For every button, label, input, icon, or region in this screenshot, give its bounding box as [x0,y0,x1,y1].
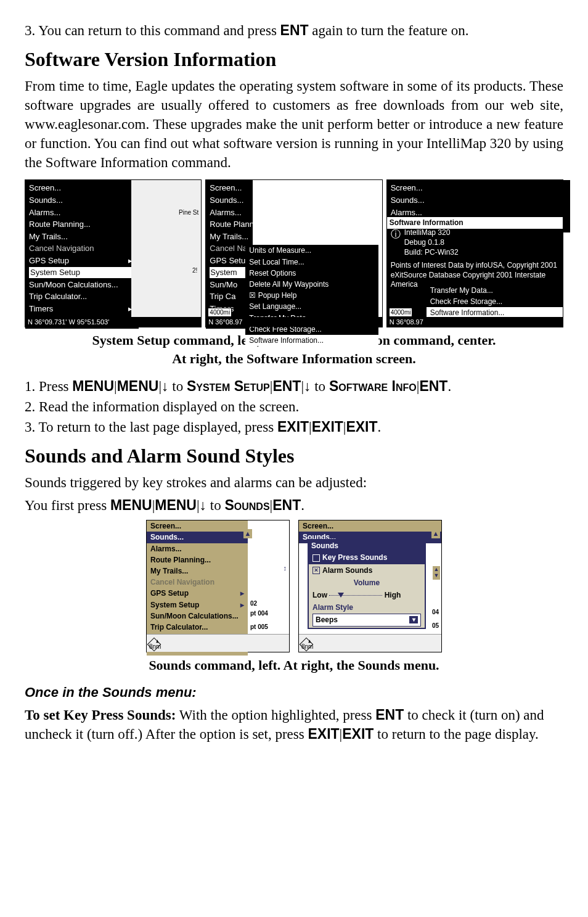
menu-item[interactable]: Screen... [147,520,248,532]
submenu-item[interactable]: Delete All My Waypoints [245,279,378,290]
map-background: Pine St 2! [131,180,201,318]
menu-item[interactable]: Sun/Moon Calculations... [147,611,248,622]
submenu-item[interactable]: Set Language... [245,301,378,312]
menu-item[interactable]: My Trails... [29,231,135,243]
menu-item-disabled: Cancel Navigation [210,242,249,255]
para-software: From time to time, Eagle updates the ope… [25,76,563,172]
menu-item[interactable]: System Setup [147,599,248,611]
range-label: 4000mi [208,308,232,318]
heading-sounds: Sounds and Alarm Sound Styles [25,443,563,469]
menu-item[interactable]: Timers [29,303,135,315]
scroll-up-icon[interactable]: ▲ [431,529,440,538]
info-body: ⓘ IntelliMap 320 Debug 0.1.8 Build: PC-W… [387,227,563,291]
submenu-item-selected[interactable]: Software Information... [245,335,378,346]
slider-thumb-icon[interactable] [338,593,344,598]
menu-item[interactable]: My Trails... [147,565,248,577]
intro-text: 3. You can return to this command and pr… [25,23,280,38]
menu-item[interactable]: Alarms... [391,207,566,219]
step-2: 2. Read the information displayed on the… [25,397,563,416]
submenu-item[interactable]: Check Free Storage... [427,296,563,307]
screenshot-row-2: Screen... Sounds... Alarms... Route Plan… [25,520,563,652]
menu-item[interactable]: GPS Setup [147,588,248,599]
menu-item[interactable]: Screen... [299,520,441,532]
wp-label: 02 [250,599,257,608]
menu-item[interactable]: GPS Setup [210,255,249,267]
screenshot-sounds-cmd: Screen... Sounds... Alarms... Route Plan… [146,520,290,652]
menu-item[interactable]: Alarms... [210,207,249,219]
key-press-instructions: To set Key Press Sounds: With the option… [25,705,563,744]
menu-item[interactable]: Route Planning... [147,554,248,565]
status-bar: N 36°08.97 [206,317,382,327]
menu-item[interactable]: Alarms... [147,543,248,554]
map-strip: 8nm [299,634,441,652]
dropdown-value: Beeps [316,615,338,625]
menu-item-selected[interactable]: System [210,267,248,278]
menu-item[interactable]: Sounds... [29,194,135,207]
step-1: 1. Press MENU|MENU|↓ to System Setup|ENT… [25,377,563,396]
menu-item-selected[interactable]: System Setup [29,267,135,278]
submenu-item[interactable]: Reset Options [245,268,378,279]
info-line: Debug 0.1.8 [404,238,459,248]
once-in-sounds-header: Once in the Sounds menu: [25,683,563,702]
menu-item[interactable]: Trip Calculator... [29,290,135,303]
volume-slider[interactable]: Low High [309,589,425,601]
menu-item[interactable]: Sounds... [391,194,566,207]
info-line: Points of Interest Data by infoUSA, Copy… [391,261,559,271]
alarm-style-dropdown[interactable]: Beeps ▾ [312,614,421,626]
sounds-keyseq: You first press MENU|MENU|↓ to Sounds|EN… [25,496,563,515]
menu-item-disabled: Cancel Navigation [29,242,135,255]
checkbox-icon[interactable] [312,554,320,562]
volume-label: Volume [309,577,425,589]
submenu-item[interactable]: Transfer My Data... [427,285,563,296]
dropdown-arrow-icon[interactable]: ▾ [409,616,418,623]
menu-item[interactable]: Alarms... [29,207,135,219]
menu-item-selected[interactable]: Sounds... [147,532,248,543]
menu-item-disabled: Cancel Navigation [147,577,248,588]
map-label: 2! [192,266,197,275]
screenshot-sounds-menu: Screen... Sounds... ▲ Sounds Key Press S… [298,520,442,652]
status-bar: N 36°08.97 [387,317,563,327]
menu-item[interactable]: Screen... [210,182,249,194]
caption-2: Sounds command, left. At right, the Soun… [25,656,563,675]
wp-label: pt 005 [250,623,268,631]
submenu-item[interactable]: Set Local Time... [245,257,378,268]
map-marker: ↕ [284,564,287,573]
wp-label: 04 [432,608,439,617]
sounds-popup: Sounds Key Press Sounds Alarm Sounds Vol… [308,539,426,628]
row-alarm-sounds[interactable]: Alarm Sounds [309,564,425,577]
info-line: Build: PC-Win32 [404,248,459,258]
intro-tail: again to turn the feature on. [309,23,469,38]
step-3: 3. To return to the last page displayed,… [25,417,563,437]
intro-step: 3. You can return to this command and pr… [25,21,563,40]
menu-item[interactable]: GPS Setup [29,255,135,267]
menu-left: Screen... Sounds... Alarms... Route Plan… [25,180,139,329]
menu-item[interactable]: Screen... [29,182,135,194]
map-label: Pine St [179,208,198,217]
menu-item[interactable]: Route Planning... [29,218,135,231]
submenu-item[interactable]: Units of Measure... [245,245,378,256]
range-label: 4000mi [389,308,413,318]
submenu-item[interactable]: ☒ Popup Help [245,290,378,301]
submenu-system: Units of Measure... Set Local Time... Re… [245,245,378,346]
menu-item[interactable]: Sun/Mo [210,279,249,291]
menu-item[interactable]: Trip Ca [210,290,249,303]
checkbox-icon[interactable] [312,567,320,574]
heading-software-version: Software Version Information [25,46,563,73]
row-key-press-sounds[interactable]: Key Press Sounds [309,551,425,564]
menu-item[interactable]: Sounds... [210,194,249,207]
info-line: IntelliMap 320 [404,228,459,238]
intro-ent: ENT [280,22,309,38]
menu-item[interactable]: Route Planning... [210,218,249,231]
screenshot-software-info-cmd: Screen... Sounds... Alarms... Route Plan… [205,179,382,327]
scroll-up-icon[interactable]: ▲ [243,529,252,538]
scroll-icon[interactable]: ▲▼ [433,566,440,580]
menu-item[interactable]: My Trails... [210,231,249,243]
screenshot-software-info-screen: Screen... Sounds... Alarms... Route Plan… [386,179,563,327]
screenshot-row-1: Screen... Sounds... Alarms... Route Plan… [25,179,563,327]
map-strip: 8nm [147,634,289,652]
para-sounds: Sounds triggered by key strokes and alar… [25,473,563,492]
menu-item[interactable]: Screen... [391,182,566,194]
popup-title: Sounds [309,540,425,551]
menu-item[interactable]: Trip Calculator... [147,622,248,633]
menu-item[interactable]: Sun/Moon Calculations... [29,279,135,291]
